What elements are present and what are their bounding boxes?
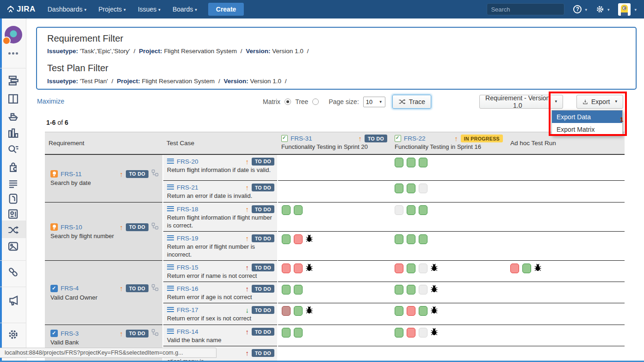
test-run-status-na[interactable] bbox=[419, 328, 427, 337]
test-run-status-pass[interactable] bbox=[419, 306, 427, 316]
test-run-status-pass[interactable] bbox=[282, 234, 291, 244]
matrix-radio[interactable] bbox=[285, 98, 291, 105]
test-run-status-pass[interactable] bbox=[294, 285, 303, 295]
tree-radio[interactable] bbox=[312, 98, 319, 105]
test-run-status-na[interactable] bbox=[395, 205, 403, 215]
issue-key-link[interactable]: FRS-4 bbox=[61, 285, 79, 292]
test-run-status-fail-muted[interactable] bbox=[282, 306, 291, 316]
project-avatar[interactable] bbox=[5, 26, 22, 43]
menu-item-export-matrix[interactable]: Export Matrix bbox=[552, 123, 622, 135]
test-run-status-pass[interactable] bbox=[522, 264, 531, 273]
contacts-icon[interactable] bbox=[7, 208, 19, 220]
bug-icon[interactable] bbox=[306, 264, 313, 273]
test-run-status-pass[interactable] bbox=[395, 306, 403, 316]
add-ons-icon[interactable] bbox=[7, 161, 19, 173]
menu-item-export-data[interactable]: Export Data bbox=[552, 110, 622, 123]
issue-key-link[interactable]: FRS-3 bbox=[61, 330, 79, 337]
bug-icon[interactable] bbox=[306, 306, 313, 316]
hierarchy-icon[interactable] bbox=[151, 169, 159, 178]
bug-icon[interactable] bbox=[431, 306, 438, 316]
test-run-status-pass[interactable] bbox=[395, 184, 403, 193]
reports-icon[interactable] bbox=[7, 127, 19, 139]
media-icon[interactable] bbox=[7, 240, 19, 252]
issue-key-link[interactable]: FRS-31 bbox=[291, 135, 312, 142]
test-run-status-pass[interactable] bbox=[282, 285, 291, 295]
traceability-icon[interactable] bbox=[7, 224, 19, 236]
test-run-status-pass[interactable] bbox=[407, 184, 415, 193]
hierarchy-icon[interactable] bbox=[151, 329, 159, 338]
search-input[interactable] bbox=[491, 6, 572, 13]
search-box[interactable] bbox=[487, 3, 564, 15]
test-run-status-pass[interactable] bbox=[294, 328, 303, 337]
test-run-status-fail[interactable] bbox=[282, 264, 291, 273]
test-run-status-pass[interactable] bbox=[419, 205, 427, 215]
test-run-status-pass[interactable] bbox=[395, 285, 403, 295]
test-run-status-pass[interactable] bbox=[419, 158, 427, 167]
bug-icon[interactable] bbox=[431, 328, 438, 337]
issue-key-link[interactable]: FRS-22 bbox=[404, 135, 426, 142]
test-run-status-na[interactable] bbox=[419, 285, 427, 295]
bug-icon[interactable] bbox=[306, 234, 313, 244]
page-size-select[interactable]: 10▼ bbox=[363, 97, 385, 107]
test-run-status-fail[interactable] bbox=[294, 234, 303, 244]
pages-icon[interactable] bbox=[7, 178, 19, 190]
test-run-status-pass[interactable] bbox=[282, 205, 291, 215]
issue-key-link[interactable]: FRS-17 bbox=[177, 307, 198, 313]
documents-icon[interactable] bbox=[7, 193, 19, 204]
bug-icon[interactable] bbox=[431, 264, 438, 273]
test-run-status-fail[interactable] bbox=[407, 328, 415, 337]
issue-key-link[interactable]: FRS-19 bbox=[177, 235, 198, 242]
bug-icon[interactable] bbox=[431, 285, 438, 295]
releases-icon[interactable] bbox=[7, 110, 19, 122]
export-button[interactable]: Export bbox=[576, 95, 623, 109]
test-run-status-pass[interactable] bbox=[282, 328, 291, 337]
nav-projects[interactable]: Projects bbox=[99, 6, 126, 13]
nav-dashboards[interactable]: Dashboards bbox=[48, 6, 87, 13]
test-run-status-pass[interactable] bbox=[294, 205, 303, 215]
help-menu[interactable] bbox=[573, 5, 587, 13]
test-run-status-fail[interactable] bbox=[395, 264, 403, 273]
nav-boards[interactable]: Boards bbox=[173, 6, 197, 13]
test-run-status-pass[interactable] bbox=[294, 306, 303, 316]
test-run-status-pass[interactable] bbox=[407, 234, 415, 244]
issue-key-link[interactable]: FRS-11 bbox=[61, 171, 82, 178]
nav-issues[interactable]: Issues bbox=[138, 6, 161, 13]
jira-logo[interactable]: JIRA bbox=[6, 5, 36, 14]
hierarchy-icon[interactable] bbox=[151, 284, 159, 293]
issue-key-link[interactable]: FRS-10 bbox=[61, 224, 82, 231]
issue-key-link[interactable]: FRS-18 bbox=[177, 206, 198, 213]
test-run-status-pass[interactable] bbox=[407, 264, 415, 273]
trace-button[interactable]: Trace bbox=[392, 95, 431, 109]
admin-menu[interactable] bbox=[596, 5, 610, 13]
user-menu[interactable] bbox=[618, 3, 637, 16]
test-run-status-pass[interactable] bbox=[407, 205, 415, 215]
version-selector-button[interactable]: Requirement - Version 1.0 bbox=[479, 95, 563, 109]
search-issues-icon[interactable] bbox=[7, 144, 19, 155]
issue-key-link[interactable]: FRS-21 bbox=[177, 184, 198, 191]
test-run-status-fail[interactable] bbox=[407, 306, 415, 316]
test-run-status-pass[interactable] bbox=[419, 234, 427, 244]
test-run-status-na[interactable] bbox=[419, 264, 427, 273]
test-run-status-pass[interactable] bbox=[395, 328, 403, 337]
test-run-status-pass[interactable] bbox=[395, 234, 403, 244]
bug-icon[interactable] bbox=[534, 264, 541, 273]
link-icon[interactable] bbox=[7, 266, 19, 278]
queues-icon[interactable] bbox=[7, 74, 19, 86]
settings-icon[interactable] bbox=[7, 329, 19, 340]
issue-key-link[interactable]: FRS-20 bbox=[177, 158, 198, 165]
issue-key-link[interactable]: FRS-16 bbox=[177, 285, 198, 292]
test-run-status-fail[interactable] bbox=[294, 264, 303, 273]
test-run-status-pass[interactable] bbox=[407, 285, 415, 295]
create-button[interactable]: Create bbox=[208, 3, 244, 16]
test-run-status-pass[interactable] bbox=[395, 158, 403, 167]
maximize-link[interactable]: Maximize bbox=[37, 98, 64, 105]
more-options-icon[interactable] bbox=[8, 52, 11, 55]
board-icon[interactable] bbox=[7, 93, 19, 104]
test-run-status-na[interactable] bbox=[419, 184, 427, 193]
test-run-status-pass[interactable] bbox=[407, 158, 415, 167]
issue-key-link[interactable]: FRS-15 bbox=[177, 264, 198, 271]
announcements-icon[interactable] bbox=[7, 295, 19, 306]
issue-key-link[interactable]: FRS-14 bbox=[177, 328, 198, 335]
test-run-status-fail[interactable] bbox=[510, 264, 519, 273]
hierarchy-icon[interactable] bbox=[151, 222, 159, 232]
